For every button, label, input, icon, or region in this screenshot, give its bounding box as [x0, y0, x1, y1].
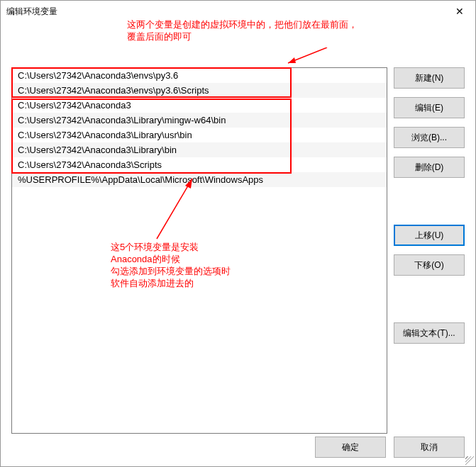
svg-line-0 [288, 47, 327, 63]
arrow-icon [284, 47, 334, 69]
move-up-button[interactable]: 上移(U) [394, 225, 465, 246]
list-item[interactable]: C:\Users\27342\Anaconda3 [12, 98, 387, 113]
browse-button[interactable]: 浏览(B)... [394, 127, 465, 148]
dialog-content: 这两个变量是创建的虚拟环境中的，把他们放在最前面， 覆盖后面的即可 C:\Use… [1, 22, 475, 466]
list-item[interactable]: %USERPROFILE%\AppData\Local\Microsoft\Wi… [12, 172, 387, 187]
ok-button[interactable]: 确定 [315, 437, 386, 458]
resize-grip[interactable] [465, 456, 474, 465]
new-button[interactable]: 新建(N) [394, 67, 465, 89]
list-item[interactable]: C:\Users\27342\Anaconda3\Library\bin [12, 142, 387, 157]
edit-button[interactable]: 编辑(E) [394, 97, 465, 118]
list-item[interactable]: C:\Users\27342\Anaconda3\envs\py3.6 [12, 68, 387, 83]
svg-marker-1 [288, 57, 296, 63]
edit-env-var-dialog: 编辑环境变量 ✕ 这两个变量是创建的虚拟环境中的，把他们放在最前面， 覆盖后面的… [0, 0, 476, 467]
move-down-button[interactable]: 下移(O) [394, 254, 465, 276]
edit-text-button[interactable]: 编辑文本(T)... [394, 322, 465, 344]
cancel-button[interactable]: 取消 [394, 437, 465, 458]
window-title: 编辑环境变量 [6, 6, 57, 18]
close-button[interactable]: ✕ [443, 1, 475, 22]
list-item[interactable]: C:\Users\27342\Anaconda3\Scripts [12, 157, 387, 172]
delete-button[interactable]: 删除(D) [394, 157, 465, 178]
list-item[interactable]: C:\Users\27342\Anaconda3\Library\mingw-w… [12, 113, 387, 128]
titlebar: 编辑环境变量 ✕ [1, 1, 475, 22]
close-icon: ✕ [455, 6, 464, 17]
annotation-top: 这两个变量是创建的虚拟环境中的，把他们放在最前面， 覆盖后面的即可 [127, 19, 358, 43]
list-item[interactable]: C:\Users\27342\Anaconda3\Library\usr\bin [12, 128, 387, 142]
path-listbox[interactable]: C:\Users\27342\Anaconda3\envs\py3.6 C:\U… [11, 67, 387, 434]
button-sidebar: 新建(N) 编辑(E) 浏览(B)... 删除(D) 上移(U) 下移(O) 编… [394, 67, 465, 352]
list-item[interactable]: C:\Users\27342\Anaconda3\envs\py3.6\Scri… [12, 83, 387, 98]
dialog-bottom-row: 确定 取消 [309, 437, 465, 458]
